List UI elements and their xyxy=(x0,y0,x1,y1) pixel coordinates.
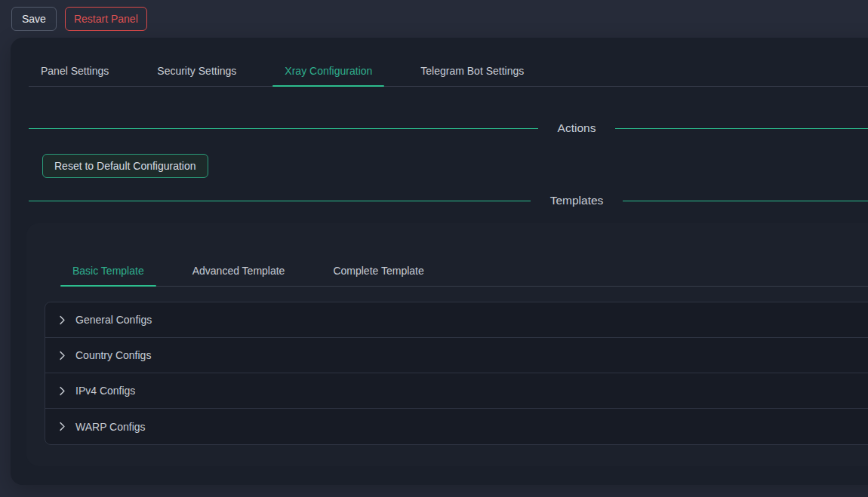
tab-basic-template[interactable]: Basic Template xyxy=(60,258,156,286)
collapse-header-label: IPv4 Configs xyxy=(75,385,135,397)
tab-complete-template[interactable]: Complete Template xyxy=(321,258,436,286)
config-collapse-list: General Configs Country Configs IPv4 Con… xyxy=(45,302,868,445)
settings-card: Panel Settings Security Settings Xray Co… xyxy=(11,38,868,485)
topbar: Save Restart Panel xyxy=(0,0,868,38)
settings-tabs: Panel Settings Security Settings Xray Co… xyxy=(29,56,868,87)
collapse-header-label: WARP Configs xyxy=(75,421,146,433)
actions-divider-title: Actions xyxy=(538,119,616,137)
divider-line xyxy=(29,201,531,201)
collapse-header-label: Country Configs xyxy=(75,349,151,361)
collapse-ipv4-configs[interactable]: IPv4 Configs xyxy=(45,373,868,409)
templates-card: Basic Template Advanced Template Complet… xyxy=(26,223,868,466)
tab-advanced-template[interactable]: Advanced Template xyxy=(180,258,297,286)
collapse-warp-configs[interactable]: WARP Configs xyxy=(45,409,868,444)
chevron-right-icon xyxy=(57,386,67,396)
tab-telegram-bot-settings[interactable]: Telegram Bot Settings xyxy=(408,56,536,86)
tab-xray-configuration[interactable]: Xray Configuration xyxy=(272,56,384,86)
templates-divider: Templates xyxy=(29,192,868,210)
chevron-right-icon xyxy=(57,422,67,431)
reset-to-default-button[interactable]: Reset to Default Configuration xyxy=(42,154,208,178)
tab-security-settings[interactable]: Security Settings xyxy=(145,56,248,86)
template-tabs: Basic Template Advanced Template Complet… xyxy=(60,258,868,287)
tab-panel-settings[interactable]: Panel Settings xyxy=(29,56,121,86)
save-button[interactable]: Save xyxy=(11,7,57,31)
collapse-country-configs[interactable]: Country Configs xyxy=(45,338,868,373)
divider-line xyxy=(615,128,868,129)
chevron-right-icon xyxy=(57,315,67,325)
actions-divider: Actions xyxy=(29,119,868,137)
divider-line xyxy=(29,128,538,129)
templates-divider-title: Templates xyxy=(531,192,623,210)
restart-panel-button[interactable]: Restart Panel xyxy=(65,7,147,31)
collapse-header-label: General Configs xyxy=(75,314,152,326)
divider-line xyxy=(623,201,868,201)
collapse-general-configs[interactable]: General Configs xyxy=(45,302,868,338)
chevron-right-icon xyxy=(57,351,67,360)
